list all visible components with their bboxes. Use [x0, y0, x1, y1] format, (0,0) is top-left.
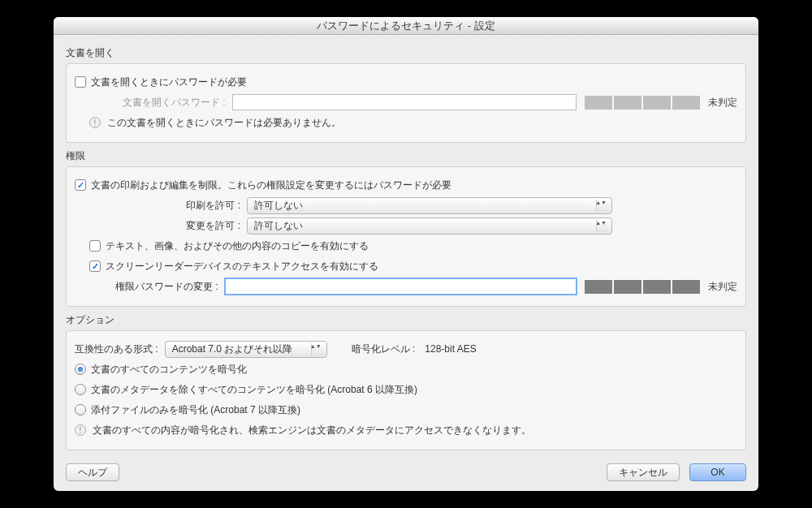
- section-opt-label: オプション: [66, 313, 746, 327]
- change-allow-value: 許可しない: [254, 219, 303, 233]
- content: 文書を開く 文書を開くときにパスワードが必要 文書を開くパスワード : 未判定 …: [54, 35, 758, 491]
- titlebar: パスワードによるセキュリティ - 設定: [54, 17, 758, 35]
- section-perm: 文書の印刷および編集を制限。これらの権限設定を変更するにはパスワードが必要 印刷…: [66, 166, 746, 307]
- opt-info-text: 文書のすべての内容が暗号化され、検索エンジンは文書のメタデータにアクセスできなく…: [93, 424, 531, 437]
- encrypt-except-meta-radio[interactable]: [75, 384, 86, 395]
- print-allow-value: 許可しない: [254, 199, 303, 213]
- encrypt-attachments-radio[interactable]: [75, 404, 86, 415]
- chevron-updown-icon: ▲▼: [310, 343, 322, 349]
- change-allow-select[interactable]: 許可しない ▲▼: [247, 217, 612, 235]
- perm-password-label: 権限パスワードの変更 :: [75, 280, 218, 294]
- print-allow-select[interactable]: 許可しない ▲▼: [247, 197, 612, 214]
- section-open-label: 文書を開く: [66, 46, 746, 60]
- perm-password-strength: [585, 280, 700, 294]
- info-icon: !: [89, 117, 101, 128]
- enc-level-value: 128-bit AES: [425, 343, 476, 355]
- enc-level-label: 暗号化レベル :: [352, 342, 416, 356]
- require-open-password-label: 文書を開くときにパスワードが必要: [91, 75, 247, 89]
- chevron-updown-icon: ▲▼: [595, 220, 607, 226]
- open-password-label: 文書を開くパスワード :: [89, 96, 226, 110]
- window-title: パスワードによるセキュリティ - 設定: [317, 19, 495, 33]
- encrypt-except-meta-label: 文書のメタデータを除くすべてのコンテンツを暗号化 (Acrobat 6 以降互換…: [91, 383, 417, 397]
- section-open: 文書を開くときにパスワードが必要 文書を開くパスワード : 未判定 ! この文書…: [66, 63, 746, 143]
- require-open-password-checkbox[interactable]: [75, 76, 86, 88]
- ok-button[interactable]: OK: [689, 463, 746, 481]
- restrict-label: 文書の印刷および編集を制限。これらの権限設定を変更するにはパスワードが必要: [91, 179, 451, 192]
- screenreader-checkbox[interactable]: [89, 260, 101, 272]
- dialog-window: パスワードによるセキュリティ - 設定 文書を開く 文書を開くときにパスワードが…: [54, 17, 758, 491]
- restrict-checkbox[interactable]: [75, 179, 86, 191]
- copy-label: テキスト、画像、およびその他の内容のコピーを有効にする: [106, 239, 369, 253]
- open-password-input[interactable]: [232, 94, 577, 110]
- perm-strength-text: 未判定: [708, 280, 737, 294]
- footer: ヘルプ キャンセル OK: [66, 457, 746, 481]
- help-button[interactable]: ヘルプ: [66, 463, 119, 481]
- section-perm-label: 権限: [66, 149, 746, 163]
- screenreader-label: スクリーンリーダーデバイスのテキストアクセスを有効にする: [106, 260, 378, 273]
- compat-value: Acrobat 7.0 およびそれ以降: [172, 342, 293, 356]
- perm-password-input[interactable]: [225, 278, 577, 295]
- encrypt-all-radio[interactable]: [75, 364, 86, 375]
- compat-label: 互換性のある形式 :: [75, 342, 158, 356]
- change-allow-label: 変更を許可 :: [75, 219, 240, 233]
- chevron-updown-icon: ▲▼: [595, 200, 607, 205]
- open-info-text: この文書を開くときにパスワードは必要ありません。: [107, 116, 341, 130]
- print-allow-label: 印刷を許可 :: [75, 199, 240, 213]
- section-opt: 互換性のある形式 : Acrobat 7.0 およびそれ以降 ▲▼ 暗号化レベル…: [66, 330, 746, 450]
- encrypt-all-label: 文書のすべてのコンテンツを暗号化: [91, 363, 247, 377]
- compat-select[interactable]: Acrobat 7.0 およびそれ以降 ▲▼: [165, 341, 327, 358]
- copy-checkbox[interactable]: [89, 240, 101, 252]
- open-password-strength: [585, 96, 700, 110]
- open-strength-text: 未判定: [708, 96, 737, 110]
- info-icon: !: [75, 424, 86, 436]
- cancel-button[interactable]: キャンセル: [607, 463, 680, 481]
- encrypt-attachments-label: 添付ファイルのみを暗号化 (Acrobat 7 以降互換): [91, 403, 300, 417]
